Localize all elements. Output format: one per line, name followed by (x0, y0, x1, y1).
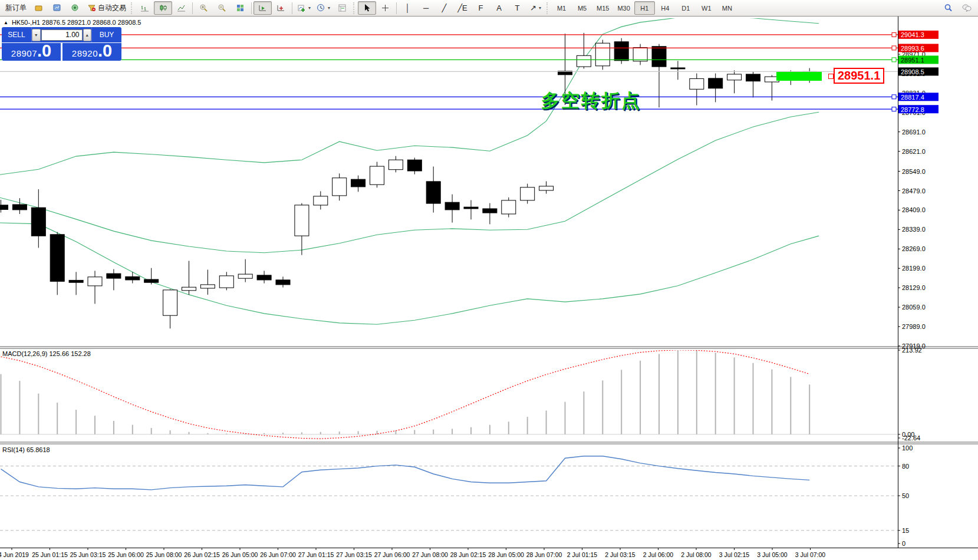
templates-button[interactable] (333, 1, 351, 15)
zoom-out-icon (218, 4, 226, 12)
sell-price-display[interactable]: 28907 .0 (2, 43, 61, 61)
crosshair-button[interactable] (376, 1, 394, 15)
indicators-caret: ▾ (308, 5, 311, 11)
candlestick-icon (159, 4, 167, 12)
time-label-4: 25 Jun 08:00 (146, 551, 182, 558)
timeframe-button-M30[interactable]: M30 (613, 1, 634, 15)
chart-text-annotation[interactable]: 多空转折点 (541, 88, 641, 113)
fibonacci-icon: F (479, 4, 483, 12)
horizontal-line-tool[interactable]: ─ (417, 1, 435, 15)
timeframe-button-W1[interactable]: W1 (696, 1, 717, 15)
candle-32 (595, 40, 610, 70)
search-button[interactable] (939, 1, 957, 15)
candle-23 (426, 167, 440, 213)
macd-panel (0, 350, 898, 439)
price-tick-28339.0: 28339.0 (902, 226, 926, 233)
candle-40 (746, 71, 760, 97)
time-label-16: 2 Jul 03:15 (605, 551, 635, 558)
market-watch-button[interactable] (48, 1, 66, 15)
time-label-2: 25 Jun 03:15 (70, 551, 106, 558)
chart-window: 28971.028901.028831.028761.028691.028621… (0, 17, 978, 560)
trendline-tool[interactable]: ╱ (435, 1, 453, 15)
one-click-trade-panel: SELL ▼ ▲ BUY 28907 .0 28920 .0 (2, 27, 121, 61)
price-tick-28549.0: 28549.0 (902, 168, 926, 175)
zoom-in-button[interactable] (195, 1, 213, 15)
timeframe-button-MN[interactable]: MN (717, 1, 737, 15)
price-callout-label[interactable]: 28951.1 (834, 68, 884, 84)
bar-chart-button[interactable] (136, 1, 154, 15)
price-badge-text: 29041.3 (901, 31, 924, 38)
buy-button[interactable]: BUY (91, 27, 121, 42)
cursor-button[interactable] (358, 1, 376, 15)
auto-scroll-button[interactable] (253, 1, 272, 15)
hline-icon: ─ (423, 4, 429, 12)
collapse-panel-icon[interactable]: ▲ (4, 20, 8, 25)
candle-19 (351, 176, 365, 192)
highlight-rectangle-annotation[interactable] (776, 72, 822, 81)
fibonacci-tool[interactable]: F (472, 1, 490, 15)
timeframe-button-D1[interactable]: D1 (676, 1, 696, 15)
vertical-line-tool[interactable]: │ (399, 1, 417, 15)
candle-31 (577, 33, 591, 69)
candle-5 (88, 271, 102, 304)
time-label-7: 26 Jun 07:00 (260, 551, 296, 558)
candle-7 (126, 272, 140, 283)
time-label-20: 3 Jul 05:00 (757, 551, 788, 558)
candlestick-chart-button[interactable] (154, 1, 172, 15)
candle-10 (182, 261, 196, 295)
volume-increase-button[interactable]: ▲ (83, 29, 92, 41)
tile-windows-button[interactable] (231, 1, 249, 15)
timeframe-button-H4[interactable]: H4 (655, 1, 676, 15)
auto-trading-label: 自动交易 (98, 3, 126, 13)
level-anchor-square[interactable] (892, 58, 896, 62)
price-badge-text: 28772.8 (901, 106, 924, 113)
navigator-button[interactable] (66, 1, 84, 15)
profile-icon (34, 4, 43, 12)
bollinger-lower-band (0, 223, 819, 324)
auto-trading-button[interactable]: 自动交易 (84, 1, 129, 15)
buy-price-main: 28920 (72, 48, 98, 58)
text-tool[interactable]: A (490, 1, 508, 15)
timeframe-button-M5[interactable]: M5 (572, 1, 592, 15)
candle-37 (690, 74, 704, 106)
time-label-13: 28 Jun 05:00 (488, 551, 524, 558)
sell-price-pips: .0 (37, 43, 51, 59)
timeframe-button-M15[interactable]: M15 (592, 1, 613, 15)
zoom-out-button[interactable] (213, 1, 231, 15)
chat-button[interactable] (957, 1, 976, 15)
time-label-11: 27 Jun 08:00 (412, 551, 448, 558)
timeframe-button-H1[interactable]: H1 (634, 1, 655, 15)
shapes-tool[interactable]: ↗ ▾ (526, 1, 545, 15)
chart-profile-button[interactable] (29, 1, 48, 15)
bollinger-middle-band (0, 112, 819, 252)
buy-price-display[interactable]: 28920 .0 (62, 43, 121, 61)
time-axis[interactable]: 24 Jun 201925 Jun 01:1525 Jun 03:1525 Ju… (0, 548, 825, 558)
timeframe-group: M1M5M15M30H1H4D1W1MN (551, 1, 737, 15)
channel-tool[interactable]: ╱E (453, 1, 472, 15)
volume-input[interactable] (41, 29, 83, 41)
indicator-scale-tick: 100 (902, 444, 913, 452)
level-anchor-square[interactable] (892, 107, 896, 111)
level-anchor-square[interactable] (892, 95, 896, 99)
time-label-6: 26 Jun 05:00 (222, 551, 258, 558)
volume-decrease-button[interactable]: ▼ (32, 29, 41, 41)
main-toolbar: 新订单 自动交易 (0, 0, 978, 17)
new-order-button[interactable]: 新订单 (2, 1, 29, 15)
price-tick-28621.0: 28621.0 (902, 148, 926, 155)
label-tool[interactable]: T (508, 1, 526, 15)
price-badge-text: 28817.4 (901, 94, 924, 101)
periods-button[interactable]: ▾ (314, 1, 333, 15)
chart-shift-button[interactable] (272, 1, 290, 15)
timeframe-button-M1[interactable]: M1 (551, 1, 572, 15)
chart-canvas[interactable]: 28971.028901.028831.028761.028691.028621… (0, 17, 978, 560)
horizontal-level-lines[interactable] (0, 35, 898, 109)
sell-button[interactable]: SELL (2, 27, 32, 42)
line-chart-button[interactable] (172, 1, 190, 15)
level-anchor-square[interactable] (892, 32, 896, 37)
price-axis[interactable]: 28971.028901.028831.028761.028691.028621… (892, 31, 939, 547)
time-label-8: 27 Jun 01:15 (298, 551, 334, 558)
time-label-18: 2 Jul 08:00 (681, 551, 712, 558)
indicator-scale-tick: -22.64 (902, 434, 920, 442)
indicators-button[interactable]: ▾ (294, 1, 314, 15)
level-anchor-square[interactable] (892, 46, 896, 50)
